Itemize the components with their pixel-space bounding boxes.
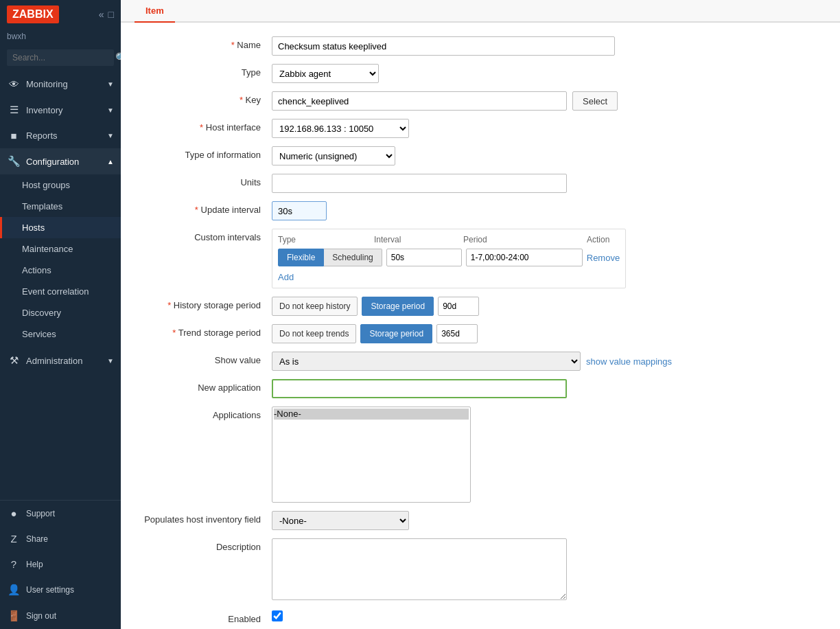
sidebar-item-share[interactable]: Z Share [0, 526, 121, 551]
history-label: * History storage period [121, 297, 272, 310]
host-interface-select[interactable]: 192.168.96.133 : 10050 [272, 119, 409, 138]
sign-out-icon: 🚪 [7, 610, 21, 622]
trend-control: Do not keep trends Storage period [272, 324, 478, 343]
grid-icon[interactable]: □ [108, 9, 114, 20]
maintenance-label: Maintenance [22, 244, 73, 254]
share-label: Share [26, 534, 48, 544]
ci-remove-link[interactable]: Remove [587, 253, 620, 263]
key-input[interactable] [272, 91, 567, 111]
share-icon: Z [7, 533, 21, 545]
ci-flexible-btn[interactable]: Flexible [278, 249, 324, 266]
select-button[interactable]: Select [572, 91, 618, 111]
type-of-info-label: Type of information [121, 146, 272, 160]
type-of-info-select[interactable]: Numeric (unsigned) Numeric (float) Chara… [272, 146, 395, 165]
tab-item[interactable]: Item [135, 0, 175, 23]
show-value-mappings-link[interactable]: show value mappings [586, 356, 672, 367]
type-select[interactable]: Zabbix agent Zabbix agent (active) Simpl… [272, 64, 379, 83]
sidebar-header-icons: « □ [99, 9, 114, 20]
ci-type-toggle: Flexible Scheduling [278, 249, 382, 266]
trend-value-input[interactable] [436, 324, 478, 343]
sidebar-item-event-correlation[interactable]: Event correlation [0, 281, 121, 302]
sidebar-item-hosts[interactable]: Hosts [0, 217, 121, 238]
show-value-label: Show value [121, 352, 272, 365]
chevron-icon: ▼ [107, 80, 114, 88]
required-star: * [231, 40, 235, 50]
sidebar-item-monitoring[interactable]: 👁 Monitoring ▼ [0, 71, 121, 97]
trend-label: * Trend storage period [121, 324, 272, 338]
name-label: * Name [121, 36, 272, 50]
applications-listbox[interactable]: -None- [272, 407, 471, 503]
ci-interval-input[interactable] [386, 249, 462, 266]
update-interval-input[interactable] [272, 201, 327, 220]
chevron-icon: ▼ [107, 357, 114, 365]
search-input[interactable] [12, 53, 115, 62]
history-no-keep-btn[interactable]: Do not keep history [272, 297, 358, 316]
sidebar-item-host-groups[interactable]: Host groups [0, 174, 121, 196]
ci-col-interval: Interval [374, 235, 463, 244]
monitoring-label: Monitoring [26, 79, 68, 89]
history-storage-btn[interactable]: Storage period [362, 297, 434, 316]
sidebar-item-administration[interactable]: ⚒ Administration ▼ [0, 347, 121, 374]
sidebar-item-user-settings[interactable]: 👤 User settings [0, 577, 121, 603]
enabled-row: Enabled [121, 610, 813, 624]
support-icon: ● [7, 507, 21, 519]
populates-select[interactable]: -None- [272, 511, 409, 530]
key-control: Select [272, 91, 618, 111]
name-input[interactable] [272, 36, 615, 56]
sidebar-item-support[interactable]: ● Support [0, 501, 121, 526]
logo: ZABBIX [7, 5, 59, 23]
show-value-select[interactable]: As is [272, 352, 581, 371]
help-label: Help [26, 560, 43, 569]
sidebar-item-inventory[interactable]: ☰ Inventory ▼ [0, 97, 121, 123]
collapse-icon[interactable]: « [99, 9, 104, 20]
sidebar-item-sign-out[interactable]: 🚪 Sign out [0, 603, 121, 629]
ci-period-input[interactable] [466, 249, 583, 266]
tab-bar: Item [121, 0, 840, 23]
history-value-input[interactable] [438, 297, 479, 316]
trend-storage-btn[interactable]: Storage period [360, 324, 432, 343]
name-control [272, 36, 615, 56]
trend-row: * Trend storage period Do not keep trend… [121, 324, 813, 343]
sidebar-item-help[interactable]: ? Help [0, 551, 121, 577]
required-star: * [240, 95, 243, 105]
enabled-checkbox[interactable] [272, 610, 283, 621]
administration-label: Administration [26, 356, 82, 366]
name-row: * Name [121, 36, 813, 56]
required-star: * [195, 205, 198, 215]
administration-icon: ⚒ [7, 354, 21, 367]
sidebar-item-configuration[interactable]: 🔧 Configuration ▲ [0, 148, 121, 174]
sidebar-item-maintenance[interactable]: Maintenance [0, 238, 121, 260]
sidebar-header: ZABBIX « □ [0, 0, 121, 29]
applications-control: -None- [272, 407, 615, 503]
sidebar-item-services[interactable]: Services [0, 323, 121, 345]
ci-add-link[interactable]: Add [278, 272, 294, 282]
new-application-input[interactable] [272, 379, 567, 398]
support-label: Support [26, 509, 55, 518]
trend-no-keep-btn[interactable]: Do not keep trends [272, 324, 356, 343]
host-groups-label: Host groups [22, 180, 70, 190]
host-interface-control: 192.168.96.133 : 10050 [272, 119, 615, 138]
description-textarea[interactable] [272, 538, 567, 600]
host-interface-row: * Host interface 192.168.96.133 : 10050 [121, 119, 813, 138]
host-interface-label: * Host interface [121, 119, 272, 133]
help-icon: ? [7, 558, 21, 570]
inventory-icon: ☰ [7, 104, 21, 116]
new-application-control [272, 379, 615, 398]
units-row: Units [121, 174, 813, 193]
sidebar: ZABBIX « □ bwxh 🔍 👁 Monitoring ▼ ☰ Inven… [0, 0, 121, 629]
sidebar-item-templates[interactable]: Templates [0, 196, 121, 217]
description-control [272, 538, 615, 602]
type-of-info-row: Type of information Numeric (unsigned) N… [121, 146, 813, 165]
templates-label: Templates [22, 201, 62, 211]
reports-icon: ■ [7, 130, 21, 141]
sidebar-item-reports[interactable]: ■ Reports ▼ [0, 123, 121, 148]
ci-scheduling-btn[interactable]: Scheduling [324, 249, 382, 266]
sidebar-item-discovery[interactable]: Discovery [0, 302, 121, 323]
chevron-icon: ▼ [107, 106, 114, 114]
units-input[interactable] [272, 174, 567, 193]
sidebar-item-actions[interactable]: Actions [0, 260, 121, 281]
chevron-icon: ▲ [107, 158, 114, 165]
key-row: * Key Select [121, 91, 813, 111]
enabled-label: Enabled [121, 610, 272, 624]
tab-item-label: Item [145, 5, 164, 16]
